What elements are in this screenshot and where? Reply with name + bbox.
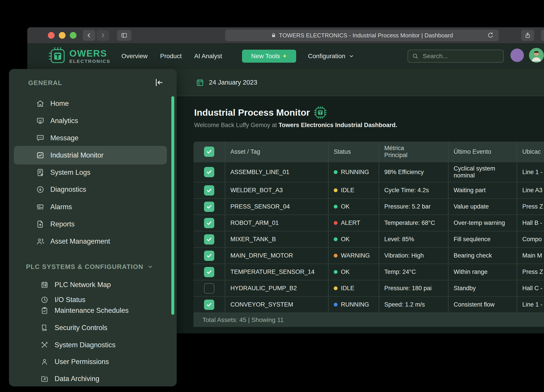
sidebar-item-plc-network-map[interactable]: PLC Network Map — [40, 276, 172, 293]
sidebar-scrollbar[interactable] — [171, 96, 174, 315]
minimize-window-button[interactable] — [59, 32, 65, 39]
col-status[interactable]: Status — [328, 142, 379, 162]
status-cell: OK — [328, 199, 379, 214]
event-cell: Within range — [448, 264, 517, 280]
diagnostics-icon — [35, 185, 45, 194]
sidebar-section-plc[interactable]: PLC SYSTEMS & CONFIGURATION — [26, 261, 154, 273]
col-metric[interactable]: Métrica Principal — [379, 142, 448, 162]
reports-icon — [35, 220, 45, 228]
status-cell: WARNING — [328, 248, 379, 264]
row-checkbox[interactable] — [204, 218, 214, 228]
page-title: Industrial Process Monitor — [194, 107, 310, 118]
screen: TOWERS ELECTRONICS - Industrial Process … — [0, 0, 544, 392]
forward-button[interactable] — [97, 30, 109, 41]
table-row[interactable]: MAIN_DRIVE_MOTOR WARNING Vibration: High… — [194, 247, 544, 264]
metric-cell: Pressure: 5.2 bar — [379, 199, 448, 214]
collapse-sidebar-icon[interactable] — [154, 77, 164, 88]
status-dot — [334, 254, 337, 257]
row-checkbox[interactable] — [204, 300, 214, 310]
status-dot — [334, 303, 337, 307]
welcome-prefix: Welcome Back Luffy Gemoy at — [194, 122, 278, 128]
asset-name: HYDRAULIC_PUMP_B2 — [225, 280, 328, 296]
industrial-monitor-icon — [35, 151, 45, 160]
search-box[interactable] — [408, 50, 504, 63]
notification-avatar[interactable] — [510, 48, 524, 62]
sidebar-item-data-archiving[interactable]: Data Archiving — [40, 370, 172, 386]
back-button[interactable] — [83, 30, 95, 41]
nav-configuration[interactable]: Configuration — [308, 43, 354, 69]
table-row[interactable]: TEMPERATURE_SENSOR_14 OK Temp: 24°C With… — [194, 264, 544, 280]
asset-name: ASSEMBLY_LINE_01 — [225, 162, 328, 182]
sidebar-item-message[interactable]: Message — [35, 130, 170, 147]
sidebar-item-system-logs[interactable]: System Logs — [35, 164, 170, 181]
status-cell: IDLE — [328, 280, 379, 296]
nav-product[interactable]: Product — [160, 53, 182, 60]
row-checkbox[interactable] — [204, 167, 214, 177]
tabs-button[interactable] — [541, 30, 544, 41]
table-header-row: Asset / Tag Status Métrica Principal Últ… — [194, 142, 544, 162]
forward-icon — [100, 32, 106, 38]
col-location[interactable]: Ubicac — [517, 142, 544, 162]
asset-name: WELDER_BOT_A3 — [225, 182, 328, 198]
location-cell: Hall B - — [517, 215, 544, 231]
table-row[interactable]: MIXER_TANK_B OK Level: 85% Fill sequlenc… — [194, 231, 544, 247]
nav-overview[interactable]: Overview — [121, 53, 148, 60]
sidebar-item-home[interactable]: Home — [35, 95, 170, 112]
row-checkbox[interactable] — [204, 283, 214, 294]
assets-table: Asset / Tag Status Métrica Principal Últ… — [194, 142, 544, 313]
row-checkbox[interactable] — [204, 185, 214, 196]
sidebar-item-diagnostics[interactable]: Diagnostics — [35, 181, 170, 198]
sidebar-item-reports[interactable]: Reports — [35, 216, 170, 233]
new-tools-button[interactable]: New Tools ✦ — [242, 50, 296, 63]
user-avatar[interactable] — [529, 48, 544, 63]
sidebar-item-user-permissions[interactable]: User Permissions — [40, 353, 172, 370]
sidebar-item-system-diagnostics[interactable]: System Diagnostics — [40, 337, 172, 354]
zoom-window-button[interactable] — [70, 32, 77, 39]
status-cell: IDLE — [328, 182, 379, 198]
address-bar[interactable]: TOWERS ELECTRONICS - Industrial Process … — [225, 30, 499, 41]
asset-name: MAIN_DRIVE_MOTOR — [225, 248, 328, 264]
event-cell: Over-temp warning — [448, 215, 517, 231]
back-icon — [86, 32, 92, 38]
table-row[interactable]: PRESS_SENSOR_04 OK Pressure: 5.2 bar Val… — [194, 198, 544, 214]
brand-logo[interactable]: OWERS ELECTRONICS — [48, 43, 111, 69]
browser-sidebar-toggle-button[interactable] — [117, 30, 131, 41]
close-window-button[interactable] — [48, 32, 55, 39]
metric-cell: 98% Efficiency — [379, 162, 448, 182]
share-button[interactable] — [521, 30, 534, 41]
metric-cell: Vibration: High — [379, 248, 448, 264]
row-checkbox[interactable] — [204, 202, 214, 212]
nav-ai-analyst[interactable]: AI Analyst — [194, 53, 222, 60]
address-bar-title: TOWERS ELECTRONICS - Industrial Process … — [279, 32, 453, 39]
sidebar-item-analytics[interactable]: Analytics — [35, 112, 170, 129]
search-input[interactable] — [422, 52, 494, 60]
sidebar-item-industrial-monitor[interactable]: Industrial Monitor — [35, 147, 170, 164]
select-all-checkbox[interactable] — [204, 147, 214, 157]
status-dot — [334, 238, 337, 241]
table-row[interactable]: ROBOT_ARM_01 ALERT Temperature: 68°C Ove… — [194, 214, 544, 231]
table-row[interactable]: HYDRAULIC_PUMP_B2 IDLE Pressure: 180 pai… — [194, 280, 544, 296]
sidebar-item-maintenance-schedules[interactable]: Maintenance Schedules — [40, 302, 172, 319]
reload-icon[interactable] — [487, 32, 494, 39]
location-cell: Press Z — [517, 199, 544, 214]
table-row[interactable]: ASSEMBLY_LINE_01 RUNNING 98% Efficiency … — [194, 162, 544, 182]
row-checkbox[interactable] — [204, 234, 214, 244]
welcome-text: Welcome Back Luffy Gemoy at Towers Elect… — [194, 122, 397, 129]
user-permissions-icon — [40, 358, 49, 366]
top-nav: Overview Product AI Analyst — [121, 43, 222, 69]
col-asset-tag[interactable]: Asset / Tag — [225, 142, 328, 162]
lock-icon — [271, 33, 276, 38]
table-row[interactable]: CONVEYOR_SYSTEM RUNNING Speed: 1.2 m/s C… — [194, 296, 544, 313]
sidebar-item-security-controls[interactable]: Security Controls — [40, 319, 172, 336]
status-cell: OK — [328, 231, 379, 247]
location-cell: Press Z — [517, 264, 544, 280]
table-row[interactable]: WELDER_BOT_A3 IDLE Cycle Time: 4.2s Wait… — [194, 182, 544, 198]
sidebar-item-asset-management[interactable]: Asset Management — [35, 233, 170, 250]
sidebar: GENERAL Home Analytics Message Industria… — [9, 69, 177, 386]
row-checkbox[interactable] — [204, 251, 214, 261]
chevron-down-icon — [147, 263, 154, 270]
row-checkbox[interactable] — [204, 267, 214, 277]
col-last-event[interactable]: Último Evento — [448, 142, 517, 162]
configuration-label: Configuration — [308, 53, 345, 60]
sidebar-item-alarms[interactable]: Alarms — [35, 198, 170, 215]
